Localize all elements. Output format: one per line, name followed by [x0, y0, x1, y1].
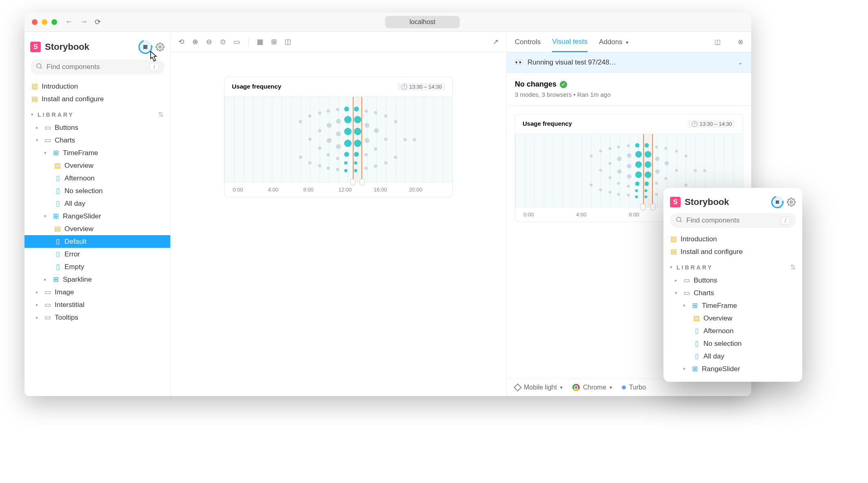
sidebar-item-rs-overview[interactable]: ▤ Overview [24, 223, 170, 235]
popup-item-buttons[interactable]: ▸ ▭ Buttons [663, 274, 802, 287]
sidebar-item-charts[interactable]: ▾ ▭ Charts [24, 134, 170, 147]
reload-button[interactable]: ⟳ [95, 18, 101, 27]
viewport-icon[interactable]: ▭ [233, 38, 241, 46]
popup-search-field[interactable]: / [670, 213, 796, 228]
tab-controls[interactable]: Controls [515, 38, 541, 51]
tree-label: TimeFrame [63, 149, 98, 157]
minimize-window-button[interactable] [42, 19, 47, 25]
back-button[interactable]: ← [65, 18, 73, 26]
sidebar-item-introduction[interactable]: ▤ Introduction [24, 80, 170, 93]
canvas-body: Usage frequency 🕐 13:30 – 14:30 0:004:00… [171, 52, 506, 396]
browser-nav: ← → ⟳ [65, 18, 101, 27]
bookmark-icon: ▯ [54, 199, 61, 208]
sidebar-item-timeframe[interactable]: ▾ ⊞ TimeFrame [24, 147, 170, 159]
chevron-right-icon: ▸ [36, 125, 41, 130]
run-tests-button[interactable] [138, 40, 152, 54]
bookmark-icon: ▯ [693, 352, 700, 361]
sidebar-item-sparkline[interactable]: ▸ ⊞ Sparkline [24, 273, 170, 286]
snapshot-chart-title: Usage frequency [523, 120, 572, 128]
popup-item-charts[interactable]: ▾ ▭ Charts [663, 287, 802, 299]
sidebar-item-install[interactable]: ▤ Install and configure [24, 93, 170, 105]
popup-item-install[interactable]: ▤ Install and configure [663, 245, 802, 258]
document-icon: ▤ [31, 82, 38, 91]
sidebar-section-library[interactable]: ▾ LIBRARY ⇅ [24, 105, 170, 121]
sidebar-item-interstitial[interactable]: ▸ ▭ Interstitial [24, 298, 170, 311]
folder-icon: ▭ [683, 289, 690, 297]
close-window-button[interactable] [32, 19, 38, 25]
window-controls [32, 19, 57, 25]
storybook-icon: S [670, 197, 681, 207]
document-icon: ▤ [54, 225, 61, 233]
maximize-window-button[interactable] [51, 19, 57, 25]
sidebar-item-tf-allday[interactable]: ▯ All day [24, 197, 170, 210]
tab-visual-tests[interactable]: Visual tests [552, 38, 588, 52]
tree-label: Buttons [694, 276, 717, 285]
popup-item-timeframe[interactable]: ▾ ⊞ TimeFrame [663, 299, 802, 312]
eyes-icon: 👀 [515, 58, 523, 67]
sidebar-item-tf-overview[interactable]: ▤ Overview [24, 159, 170, 172]
svg-point-1 [37, 64, 41, 68]
document-icon: ▤ [54, 161, 61, 170]
chevron-right-icon: ▸ [36, 289, 41, 295]
dock-icon[interactable]: ◫ [714, 38, 721, 46]
popup-item-tf-allday[interactable]: ▯ All day [663, 350, 802, 363]
background-icon[interactable]: ▦ [256, 38, 264, 46]
sidebar-item-image[interactable]: ▸ ▭ Image [24, 286, 170, 298]
sync-icon[interactable]: ⟲ [177, 38, 185, 46]
tree-label: Sparkline [63, 276, 92, 284]
popup-item-tf-afternoon[interactable]: ▯ Afternoon [663, 325, 802, 337]
bookmark-icon: ▯ [54, 250, 61, 258]
zoom-reset-icon[interactable]: ⊙ [219, 38, 227, 46]
chart-plot-area[interactable] [225, 97, 452, 183]
popup-item-tf-noselection[interactable]: ▯ No selection [663, 337, 802, 350]
sort-icon[interactable]: ⇅ [158, 110, 164, 119]
banner-text: Running visual test 97/248… [527, 58, 733, 67]
storybook-logo[interactable]: S Storybook [30, 42, 89, 52]
clock-icon: 🕐 [691, 121, 698, 127]
browser-selector[interactable]: Chrome ▾ [572, 384, 612, 391]
search-icon [676, 216, 682, 225]
chevron-right-icon: ▸ [675, 278, 680, 283]
chevron-down-icon: ▾ [36, 138, 41, 143]
collapse-icon[interactable]: ⌄ [737, 58, 743, 67]
open-new-tab-icon[interactable]: ↗ [492, 38, 500, 46]
sort-icon[interactable]: ⇅ [790, 263, 796, 272]
bookmark-icon: ▯ [693, 327, 700, 335]
popup-settings-button[interactable] [787, 198, 796, 207]
chevron-down-icon: ▾ [683, 303, 688, 308]
folder-icon: ▭ [44, 136, 51, 145]
sidebar-item-buttons[interactable]: ▸ ▭ Buttons [24, 121, 170, 134]
chevron-down-icon: ▾ [560, 385, 563, 390]
sidebar-item-tf-afternoon[interactable]: ▯ Afternoon [24, 172, 170, 185]
grid-icon[interactable]: ⊞ [270, 38, 278, 46]
sidebar-item-rs-empty[interactable]: ▯ Empty [24, 260, 170, 273]
mode-selector[interactable]: Mobile light ▾ [515, 384, 563, 391]
settings-button[interactable] [156, 42, 165, 51]
canvas-panel: ⟲ ⊕ ⊖ ⊙ ▭ ▦ ⊞ ◫ ↗ Usage frequency 🕐 [171, 32, 506, 396]
zoom-out-icon[interactable]: ⊖ [205, 38, 213, 46]
popup-section-library[interactable]: ▾ LIBRARY ⇅ [663, 258, 802, 274]
chevron-down-icon: ▾ [44, 150, 49, 156]
zoom-in-icon[interactable]: ⊕ [191, 38, 199, 46]
popup-storybook-logo[interactable]: S Storybook [670, 197, 729, 207]
sidebar-item-rangeslider[interactable]: ▾ ⊞ RangeSlider [24, 210, 170, 223]
address-bar[interactable]: localhost [385, 16, 460, 28]
sidebar-item-rs-error[interactable]: ▯ Error [24, 248, 170, 260]
component-icon: ⊞ [691, 365, 699, 373]
sidebar-item-rs-default[interactable]: ▯ Default [24, 235, 170, 248]
popup-item-introduction[interactable]: ▤ Introduction [663, 233, 802, 245]
close-panel-icon[interactable]: ⊗ [738, 38, 743, 46]
popup-item-tf-overview[interactable]: ▤ Overview [663, 312, 802, 325]
outline-icon[interactable]: ◫ [284, 38, 292, 46]
popup-brand: Storybook [685, 197, 729, 207]
tab-addons[interactable]: Addons ▾ [599, 38, 628, 51]
sidebar-item-tf-noselection[interactable]: ▯ No selection [24, 185, 170, 197]
search-field[interactable]: / [30, 60, 165, 74]
popup-search-input[interactable] [686, 216, 777, 225]
search-input[interactable] [47, 63, 146, 71]
sidebar-item-tooltips[interactable]: ▸ ▭ Tooltips [24, 311, 170, 324]
forward-button[interactable]: → [80, 18, 87, 26]
popup-run-tests-button[interactable] [771, 196, 783, 208]
popup-item-rangeslider[interactable]: ▾ ⊞ RangeSlider [663, 363, 802, 375]
time-range-badge: 🕐 13:30 – 14:30 [398, 83, 445, 91]
